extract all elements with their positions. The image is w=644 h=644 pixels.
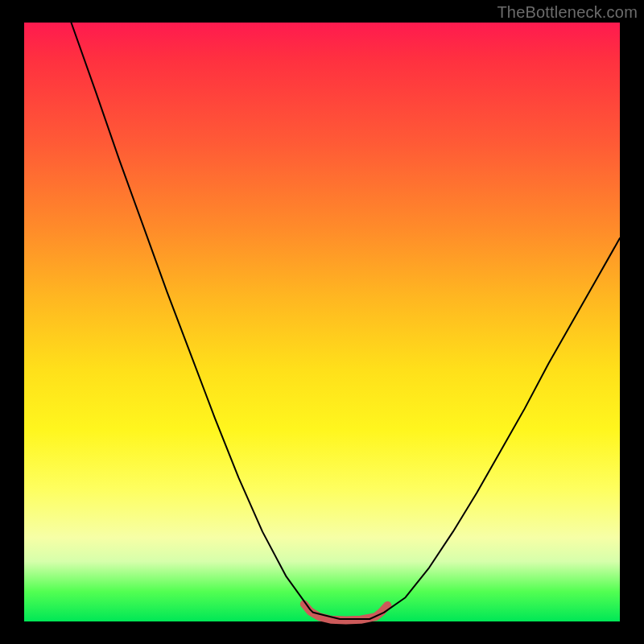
curve-overlay	[24, 23, 620, 621]
main-black-curve	[71, 23, 620, 619]
valley-accent-curve	[304, 604, 388, 620]
chart-frame: TheBottleneck.com	[0, 0, 644, 644]
watermark-text: TheBottleneck.com	[497, 3, 638, 22]
